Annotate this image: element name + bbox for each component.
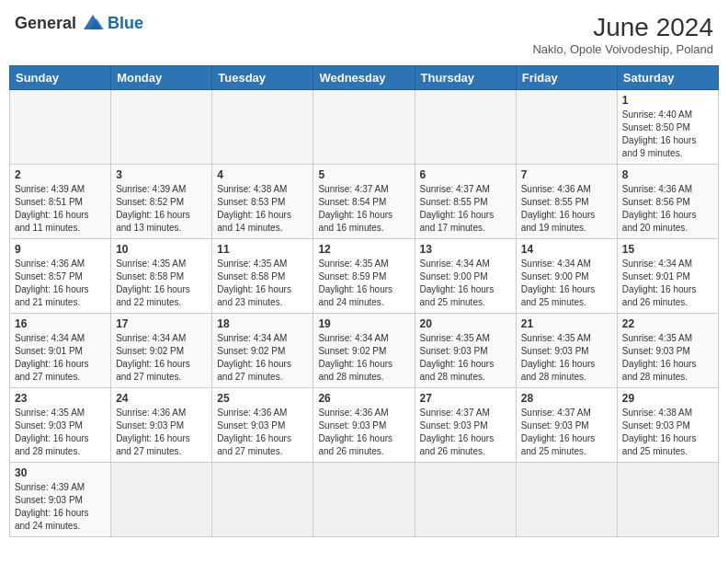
day-number: 21	[521, 317, 612, 330]
logo-icon	[80, 13, 106, 33]
day-info: Sunrise: 4:36 AMSunset: 9:03 PMDaylight:…	[318, 407, 409, 458]
calendar-cell: 6Sunrise: 4:37 AMSunset: 8:55 PMDaylight…	[415, 165, 516, 239]
calendar-cell: 12Sunrise: 4:35 AMSunset: 8:59 PMDayligh…	[313, 239, 415, 314]
day-info: Sunrise: 4:34 AMSunset: 9:02 PMDaylight:…	[318, 332, 409, 384]
day-info: Sunrise: 4:38 AMSunset: 9:03 PMDaylight:…	[622, 407, 713, 458]
calendar-cell: 28Sunrise: 4:37 AMSunset: 9:03 PMDayligh…	[516, 388, 617, 463]
calendar-cell	[415, 463, 516, 537]
day-info: Sunrise: 4:36 AMSunset: 8:56 PMDaylight:…	[622, 183, 713, 235]
day-number: 14	[521, 243, 612, 256]
calendar-cell	[516, 463, 617, 537]
calendar-cell	[111, 90, 212, 165]
calendar-cell: 22Sunrise: 4:35 AMSunset: 9:03 PMDayligh…	[617, 314, 718, 388]
calendar-cell	[313, 463, 415, 537]
calendar-cell	[111, 463, 212, 537]
weekday-header-row: SundayMondayTuesdayWednesdayThursdayFrid…	[10, 66, 719, 90]
calendar-cell: 21Sunrise: 4:35 AMSunset: 9:03 PMDayligh…	[516, 314, 617, 388]
calendar-cell: 20Sunrise: 4:35 AMSunset: 9:03 PMDayligh…	[415, 314, 516, 388]
calendar-cell: 25Sunrise: 4:36 AMSunset: 9:03 PMDayligh…	[212, 388, 313, 463]
calendar-cell	[10, 90, 111, 165]
day-number: 11	[217, 243, 308, 256]
day-number: 24	[116, 392, 207, 405]
day-info: Sunrise: 4:35 AMSunset: 9:03 PMDaylight:…	[420, 332, 511, 384]
calendar-cell	[617, 463, 718, 537]
calendar-cell: 11Sunrise: 4:35 AMSunset: 8:58 PMDayligh…	[212, 239, 313, 314]
calendar-cell: 19Sunrise: 4:34 AMSunset: 9:02 PMDayligh…	[313, 314, 415, 388]
day-info: Sunrise: 4:35 AMSunset: 9:03 PMDaylight:…	[521, 332, 612, 384]
weekday-header-wednesday: Wednesday	[313, 66, 415, 90]
day-number: 12	[318, 243, 409, 256]
day-info: Sunrise: 4:35 AMSunset: 8:59 PMDaylight:…	[318, 258, 409, 309]
day-info: Sunrise: 4:40 AMSunset: 8:50 PMDaylight:…	[622, 109, 713, 160]
calendar-week-row: 1Sunrise: 4:40 AMSunset: 8:50 PMDaylight…	[10, 90, 719, 165]
day-number: 1	[622, 94, 713, 107]
logo-text-blue: Blue	[108, 14, 143, 33]
calendar-cell	[313, 90, 415, 165]
day-number: 15	[622, 243, 713, 256]
subtitle: Naklo, Opole Voivodeship, Poland	[532, 42, 713, 56]
day-info: Sunrise: 4:39 AMSunset: 8:52 PMDaylight:…	[116, 183, 207, 235]
calendar-cell: 13Sunrise: 4:34 AMSunset: 9:00 PMDayligh…	[415, 239, 516, 314]
day-info: Sunrise: 4:39 AMSunset: 9:03 PMDaylight:…	[15, 481, 106, 533]
day-number: 16	[15, 317, 106, 330]
weekday-header-saturday: Saturday	[617, 66, 718, 90]
header: General Blue June 2024 Naklo, Opole Voiv…	[9, 9, 719, 60]
calendar-cell	[212, 90, 313, 165]
calendar-cell: 8Sunrise: 4:36 AMSunset: 8:56 PMDaylight…	[617, 165, 718, 239]
calendar-cell: 26Sunrise: 4:36 AMSunset: 9:03 PMDayligh…	[313, 388, 415, 463]
day-number: 22	[622, 317, 713, 330]
day-info: Sunrise: 4:35 AMSunset: 8:58 PMDaylight:…	[116, 258, 207, 309]
calendar-week-row: 2Sunrise: 4:39 AMSunset: 8:51 PMDaylight…	[10, 165, 719, 239]
day-info: Sunrise: 4:37 AMSunset: 8:55 PMDaylight:…	[420, 183, 511, 235]
day-info: Sunrise: 4:34 AMSunset: 9:01 PMDaylight:…	[622, 258, 713, 309]
calendar-cell: 9Sunrise: 4:36 AMSunset: 8:57 PMDaylight…	[10, 239, 111, 314]
logo: General Blue	[15, 13, 143, 33]
day-number: 30	[15, 466, 106, 479]
calendar-cell: 29Sunrise: 4:38 AMSunset: 9:03 PMDayligh…	[617, 388, 718, 463]
calendar-cell: 30Sunrise: 4:39 AMSunset: 9:03 PMDayligh…	[10, 463, 111, 537]
day-info: Sunrise: 4:38 AMSunset: 8:53 PMDaylight:…	[217, 183, 308, 235]
day-info: Sunrise: 4:35 AMSunset: 9:03 PMDaylight:…	[622, 332, 713, 384]
calendar-cell: 15Sunrise: 4:34 AMSunset: 9:01 PMDayligh…	[617, 239, 718, 314]
day-number: 17	[116, 317, 207, 330]
day-info: Sunrise: 4:37 AMSunset: 9:03 PMDaylight:…	[420, 407, 511, 458]
day-number: 9	[15, 243, 106, 256]
day-number: 29	[622, 392, 713, 405]
day-number: 27	[420, 392, 511, 405]
calendar-week-row: 16Sunrise: 4:34 AMSunset: 9:01 PMDayligh…	[10, 314, 719, 388]
day-number: 13	[420, 243, 511, 256]
calendar-cell: 7Sunrise: 4:36 AMSunset: 8:55 PMDaylight…	[516, 165, 617, 239]
weekday-header-sunday: Sunday	[10, 66, 111, 90]
day-number: 3	[116, 168, 207, 181]
day-info: Sunrise: 4:39 AMSunset: 8:51 PMDaylight:…	[15, 183, 106, 235]
calendar-week-row: 30Sunrise: 4:39 AMSunset: 9:03 PMDayligh…	[10, 463, 719, 537]
month-title: June 2024	[532, 13, 713, 42]
calendar-cell: 23Sunrise: 4:35 AMSunset: 9:03 PMDayligh…	[10, 388, 111, 463]
weekday-header-monday: Monday	[111, 66, 212, 90]
calendar: SundayMondayTuesdayWednesdayThursdayFrid…	[9, 65, 719, 537]
calendar-cell: 24Sunrise: 4:36 AMSunset: 9:03 PMDayligh…	[111, 388, 212, 463]
calendar-week-row: 23Sunrise: 4:35 AMSunset: 9:03 PMDayligh…	[10, 388, 719, 463]
calendar-cell: 27Sunrise: 4:37 AMSunset: 9:03 PMDayligh…	[415, 388, 516, 463]
calendar-cell: 1Sunrise: 4:40 AMSunset: 8:50 PMDaylight…	[617, 90, 718, 165]
day-info: Sunrise: 4:35 AMSunset: 8:58 PMDaylight:…	[217, 258, 308, 309]
calendar-week-row: 9Sunrise: 4:36 AMSunset: 8:57 PMDaylight…	[10, 239, 719, 314]
day-number: 20	[420, 317, 511, 330]
day-info: Sunrise: 4:34 AMSunset: 9:00 PMDaylight:…	[420, 258, 511, 309]
weekday-header-tuesday: Tuesday	[212, 66, 313, 90]
day-number: 4	[217, 168, 308, 181]
calendar-cell	[212, 463, 313, 537]
day-info: Sunrise: 4:36 AMSunset: 8:57 PMDaylight:…	[15, 258, 106, 309]
day-info: Sunrise: 4:37 AMSunset: 9:03 PMDaylight:…	[521, 407, 612, 458]
logo-text-general: General	[15, 14, 76, 33]
day-number: 7	[521, 168, 612, 181]
day-info: Sunrise: 4:37 AMSunset: 8:54 PMDaylight:…	[318, 183, 409, 235]
day-info: Sunrise: 4:34 AMSunset: 9:00 PMDaylight:…	[521, 258, 612, 309]
day-info: Sunrise: 4:34 AMSunset: 9:01 PMDaylight:…	[15, 332, 106, 384]
day-number: 6	[420, 168, 511, 181]
calendar-cell: 2Sunrise: 4:39 AMSunset: 8:51 PMDaylight…	[10, 165, 111, 239]
calendar-cell: 5Sunrise: 4:37 AMSunset: 8:54 PMDaylight…	[313, 165, 415, 239]
calendar-cell: 16Sunrise: 4:34 AMSunset: 9:01 PMDayligh…	[10, 314, 111, 388]
day-number: 28	[521, 392, 612, 405]
title-area: June 2024 Naklo, Opole Voivodeship, Pola…	[532, 13, 713, 56]
